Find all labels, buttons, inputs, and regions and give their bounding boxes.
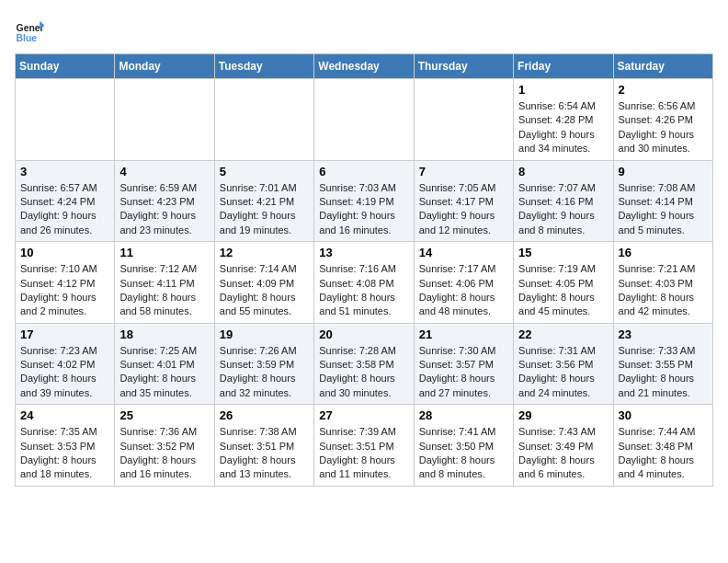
- day-number: 27: [319, 408, 408, 422]
- calendar-cell: [214, 79, 313, 161]
- calendar-cell: [414, 79, 513, 161]
- calendar-cell: 8Sunrise: 7:07 AMSunset: 4:16 PMDaylight…: [514, 160, 613, 242]
- day-info: Sunrise: 7:14 AMSunset: 4:09 PMDaylight:…: [220, 262, 309, 319]
- weekday-header: SundayMondayTuesdayWednesdayThursdayFrid…: [16, 54, 713, 79]
- day-info: Sunrise: 7:33 AMSunset: 3:55 PMDaylight:…: [619, 344, 708, 401]
- day-number: 28: [419, 408, 508, 422]
- weekday-header-wednesday: Wednesday: [314, 54, 414, 79]
- calendar-cell: 6Sunrise: 7:03 AMSunset: 4:19 PMDaylight…: [314, 160, 414, 242]
- calendar-cell: 17Sunrise: 7:23 AMSunset: 4:02 PMDayligh…: [16, 323, 115, 405]
- day-number: 19: [220, 327, 309, 341]
- day-number: 1: [518, 83, 608, 97]
- calendar-cell: 7Sunrise: 7:05 AMSunset: 4:17 PMDaylight…: [414, 160, 513, 242]
- calendar-week-4: 17Sunrise: 7:23 AMSunset: 4:02 PMDayligh…: [16, 323, 713, 405]
- calendar-cell: 9Sunrise: 7:08 AMSunset: 4:14 PMDaylight…: [613, 160, 712, 242]
- day-number: 12: [220, 246, 309, 259]
- day-info: Sunrise: 7:07 AMSunset: 4:16 PMDaylight:…: [518, 181, 608, 238]
- day-number: 8: [518, 165, 608, 178]
- day-number: 24: [20, 408, 109, 422]
- day-number: 17: [20, 327, 109, 341]
- day-info: Sunrise: 6:56 AMSunset: 4:26 PMDaylight:…: [619, 99, 708, 156]
- weekday-header-tuesday: Tuesday: [214, 54, 313, 79]
- day-info: Sunrise: 7:25 AMSunset: 4:01 PMDaylight:…: [119, 344, 209, 401]
- weekday-header-thursday: Thursday: [414, 54, 513, 79]
- day-info: Sunrise: 7:28 AMSunset: 3:58 PMDaylight:…: [319, 344, 408, 401]
- calendar-cell: [314, 79, 414, 161]
- calendar-cell: 5Sunrise: 7:01 AMSunset: 4:21 PMDaylight…: [214, 160, 313, 242]
- calendar-cell: 16Sunrise: 7:21 AMSunset: 4:03 PMDayligh…: [613, 242, 712, 324]
- calendar-cell: 21Sunrise: 7:30 AMSunset: 3:57 PMDayligh…: [414, 323, 513, 405]
- weekday-header-monday: Monday: [115, 54, 214, 79]
- day-number: 15: [518, 246, 608, 259]
- day-info: Sunrise: 7:35 AMSunset: 3:53 PMDaylight:…: [20, 425, 109, 482]
- calendar-cell: [16, 79, 115, 161]
- calendar-cell: 12Sunrise: 7:14 AMSunset: 4:09 PMDayligh…: [214, 242, 313, 324]
- day-info: Sunrise: 7:08 AMSunset: 4:14 PMDaylight:…: [619, 181, 708, 238]
- day-number: 10: [20, 246, 109, 259]
- day-number: 29: [518, 408, 608, 422]
- calendar-cell: 2Sunrise: 6:56 AMSunset: 4:26 PMDaylight…: [613, 79, 712, 161]
- day-info: Sunrise: 6:59 AMSunset: 4:23 PMDaylight:…: [119, 181, 209, 238]
- logo: General Blue: [15, 15, 44, 44]
- calendar-cell: 3Sunrise: 6:57 AMSunset: 4:24 PMDaylight…: [16, 160, 115, 242]
- calendar-week-1: 1Sunrise: 6:54 AMSunset: 4:28 PMDaylight…: [16, 79, 713, 161]
- day-number: 7: [419, 165, 508, 178]
- day-info: Sunrise: 7:31 AMSunset: 3:56 PMDaylight:…: [518, 344, 608, 401]
- day-info: Sunrise: 7:05 AMSunset: 4:17 PMDaylight:…: [419, 181, 508, 238]
- calendar-cell: 18Sunrise: 7:25 AMSunset: 4:01 PMDayligh…: [115, 323, 214, 405]
- day-info: Sunrise: 7:16 AMSunset: 4:08 PMDaylight:…: [319, 262, 408, 319]
- day-number: 6: [319, 165, 408, 178]
- day-info: Sunrise: 7:17 AMSunset: 4:06 PMDaylight:…: [419, 262, 508, 319]
- day-info: Sunrise: 7:26 AMSunset: 3:59 PMDaylight:…: [220, 344, 309, 401]
- calendar-cell: 19Sunrise: 7:26 AMSunset: 3:59 PMDayligh…: [214, 323, 313, 405]
- day-info: Sunrise: 6:54 AMSunset: 4:28 PMDaylight:…: [518, 99, 608, 156]
- day-number: 16: [619, 246, 708, 259]
- calendar-cell: 29Sunrise: 7:43 AMSunset: 3:49 PMDayligh…: [514, 405, 613, 487]
- day-number: 23: [619, 327, 708, 341]
- calendar-cell: 15Sunrise: 7:19 AMSunset: 4:05 PMDayligh…: [514, 242, 613, 324]
- calendar-cell: 13Sunrise: 7:16 AMSunset: 4:08 PMDayligh…: [314, 242, 414, 324]
- day-info: Sunrise: 7:01 AMSunset: 4:21 PMDaylight:…: [220, 181, 309, 238]
- day-number: 30: [619, 408, 708, 422]
- calendar-cell: 27Sunrise: 7:39 AMSunset: 3:51 PMDayligh…: [314, 405, 414, 487]
- day-info: Sunrise: 6:57 AMSunset: 4:24 PMDaylight:…: [20, 181, 109, 238]
- day-info: Sunrise: 7:30 AMSunset: 3:57 PMDaylight:…: [419, 344, 508, 401]
- day-info: Sunrise: 7:03 AMSunset: 4:19 PMDaylight:…: [319, 181, 408, 238]
- calendar-cell: 24Sunrise: 7:35 AMSunset: 3:53 PMDayligh…: [16, 405, 115, 487]
- calendar-week-3: 10Sunrise: 7:10 AMSunset: 4:12 PMDayligh…: [16, 242, 713, 324]
- day-number: 13: [319, 246, 408, 259]
- calendar-cell: 22Sunrise: 7:31 AMSunset: 3:56 PMDayligh…: [514, 323, 613, 405]
- day-info: Sunrise: 7:39 AMSunset: 3:51 PMDaylight:…: [319, 425, 408, 482]
- day-info: Sunrise: 7:19 AMSunset: 4:05 PMDaylight:…: [518, 262, 608, 319]
- calendar-cell: 10Sunrise: 7:10 AMSunset: 4:12 PMDayligh…: [16, 242, 115, 324]
- day-info: Sunrise: 7:23 AMSunset: 4:02 PMDaylight:…: [20, 344, 109, 401]
- calendar-cell: 4Sunrise: 6:59 AMSunset: 4:23 PMDaylight…: [115, 160, 214, 242]
- logo-icon: General Blue: [15, 15, 44, 44]
- calendar-body: 1Sunrise: 6:54 AMSunset: 4:28 PMDaylight…: [16, 79, 713, 487]
- calendar-cell: 11Sunrise: 7:12 AMSunset: 4:11 PMDayligh…: [115, 242, 214, 324]
- calendar-cell: 23Sunrise: 7:33 AMSunset: 3:55 PMDayligh…: [613, 323, 712, 405]
- day-number: 3: [20, 165, 109, 178]
- day-number: 11: [119, 246, 209, 259]
- day-info: Sunrise: 7:21 AMSunset: 4:03 PMDaylight:…: [619, 262, 708, 319]
- weekday-header-sunday: Sunday: [16, 54, 115, 79]
- day-number: 4: [119, 165, 209, 178]
- day-number: 25: [119, 408, 209, 422]
- day-number: 20: [319, 327, 408, 341]
- calendar-week-2: 3Sunrise: 6:57 AMSunset: 4:24 PMDaylight…: [16, 160, 713, 242]
- day-number: 14: [419, 246, 508, 259]
- day-info: Sunrise: 7:10 AMSunset: 4:12 PMDaylight:…: [20, 262, 109, 319]
- page-header: General Blue: [15, 15, 713, 44]
- calendar-cell: 30Sunrise: 7:44 AMSunset: 3:48 PMDayligh…: [613, 405, 712, 487]
- calendar-cell: [115, 79, 214, 161]
- calendar-cell: 1Sunrise: 6:54 AMSunset: 4:28 PMDaylight…: [514, 79, 613, 161]
- day-number: 5: [220, 165, 309, 178]
- day-info: Sunrise: 7:43 AMSunset: 3:49 PMDaylight:…: [518, 425, 608, 482]
- day-info: Sunrise: 7:41 AMSunset: 3:50 PMDaylight:…: [419, 425, 508, 482]
- calendar-cell: 25Sunrise: 7:36 AMSunset: 3:52 PMDayligh…: [115, 405, 214, 487]
- day-number: 26: [220, 408, 309, 422]
- calendar-week-5: 24Sunrise: 7:35 AMSunset: 3:53 PMDayligh…: [16, 405, 713, 487]
- weekday-header-saturday: Saturday: [613, 54, 712, 79]
- day-info: Sunrise: 7:38 AMSunset: 3:51 PMDaylight:…: [220, 425, 309, 482]
- day-number: 18: [119, 327, 209, 341]
